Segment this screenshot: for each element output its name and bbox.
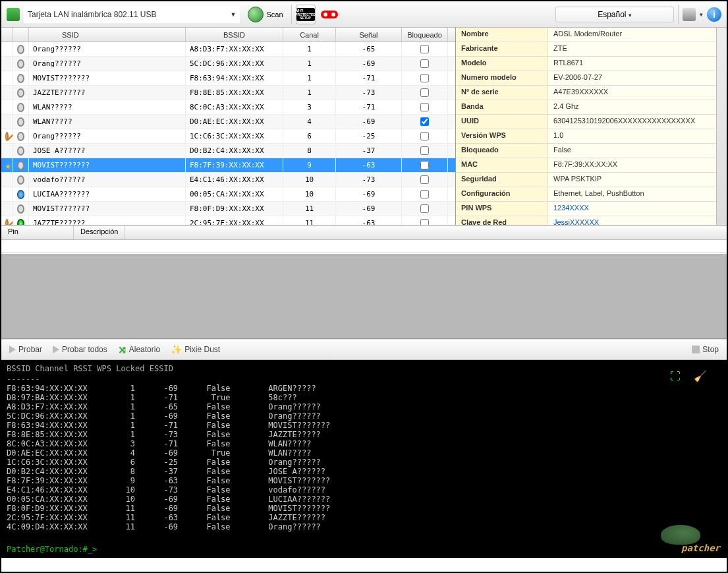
locked-checkbox[interactable] (420, 190, 429, 198)
bssid-cell: 1C:C6:3C:XX:XX:XX (186, 129, 283, 143)
locked-checkbox[interactable] (420, 219, 429, 225)
locked-checkbox[interactable] (420, 161, 429, 169)
prop-value: ADSL Modem/Router (548, 28, 716, 42)
table-row[interactable]: WLAN?????8C:0C:A3:XX:XX:XX3-71 (1, 100, 455, 115)
pin-body[interactable] (1, 240, 727, 253)
canal-cell: 1 (283, 57, 336, 71)
canal-cell: 8 (283, 144, 336, 158)
pixie-button[interactable]: ✨Pixie Dust (168, 343, 223, 356)
property-row: Nº de serieA47E39XXXXXX (456, 86, 716, 100)
clear-icon[interactable]: 🧹 (694, 372, 707, 381)
table-row[interactable]: JAZZTE??????2C:95:7F:XX:XX:XX11-63 (1, 216, 455, 225)
grid-body[interactable]: Orang??????A8:D3:F7:XX:XX:XX1-65Orang???… (1, 42, 455, 225)
signal-icon (17, 59, 24, 69)
properties-panel: NombreADSL Modem/RouterFabricanteZTEMode… (456, 28, 727, 225)
senal-cell: -73 (336, 86, 402, 100)
prop-key: Clave de Red (456, 216, 548, 225)
terminal[interactable]: BSSID Channel RSSI WPS Locked ESSID ----… (1, 360, 727, 558)
col-senal[interactable]: Señal (336, 28, 402, 42)
table-row[interactable]: MOVIST???????F8:0F:D9:XX:XX:XX11-69 (1, 202, 455, 216)
terminal-line: 4C:09:D4:XX:XX:XX 11 -69 False Orang????… (7, 522, 721, 531)
property-row: Numero modeloEV-2006-07-27 (456, 71, 716, 86)
prop-value: EV-2006-07-27 (548, 71, 716, 85)
probar-button[interactable]: Probar (7, 344, 45, 355)
database-icon[interactable] (683, 8, 696, 21)
locked-checkbox[interactable] (420, 175, 429, 184)
aleatorio-button[interactable]: ⤨Aleatorio (115, 342, 163, 357)
mask-button[interactable] (320, 5, 339, 24)
locked-checkbox[interactable] (420, 132, 429, 140)
fullscreen-icon[interactable]: ⛶ (670, 372, 681, 381)
desc-col[interactable]: Descripción (74, 226, 125, 239)
bssid-cell: F8:63:94:XX:XX:XX (186, 71, 283, 85)
locked-checkbox[interactable] (420, 59, 429, 68)
grid-header: SSID BSSID Canal Señal Bloqueado (1, 28, 455, 42)
col-signal[interactable] (13, 28, 29, 42)
signal-icon (17, 161, 24, 170)
table-row[interactable]: WLAN?????D0:AE:EC:XX:XX:XX4-69 (1, 115, 455, 129)
chevron-down-icon[interactable]: ▾ (700, 11, 703, 18)
ssid-cell: Orang?????? (29, 57, 186, 71)
block-icon (5, 219, 9, 226)
signal-icon (17, 132, 24, 141)
scrollbar[interactable] (716, 28, 727, 225)
locked-checkbox[interactable] (420, 88, 429, 97)
bssid-cell: 5C:DC:96:XX:XX:XX (186, 57, 283, 71)
probar-todos-button[interactable]: Probar todos (50, 344, 110, 355)
locked-checkbox[interactable] (420, 117, 429, 126)
property-row: PIN WPS1234XXXX (456, 202, 716, 216)
table-row[interactable]: Orang??????A8:D3:F7:XX:XX:XX1-65 (1, 42, 455, 57)
locked-checkbox[interactable] (420, 146, 429, 155)
col-status[interactable] (1, 28, 13, 42)
terminal-line: D0:AE:EC:XX:XX:XX 4 -69 True WLAN????? (7, 448, 721, 458)
signal-icon (17, 88, 24, 98)
senal-cell: -65 (336, 42, 402, 56)
info-icon[interactable]: i (707, 7, 721, 22)
table-row[interactable]: vodafo??????E4:C1:46:XX:XX:XX10-73 (1, 173, 455, 187)
signal-icon (17, 219, 24, 226)
globe-icon (17, 190, 24, 199)
locked-checkbox[interactable] (420, 204, 429, 213)
top-toolbar: Tarjeta LAN inalámbrica 802.11 USB ▼ Sca… (1, 1, 727, 28)
senal-cell: -71 (336, 100, 402, 114)
bssid-cell: D0:B2:C4:XX:XX:XX (186, 144, 283, 158)
wps-setup-button[interactable]: WI-FI PROTECTED (296, 5, 316, 24)
terminal-line: F8:63:94:XX:XX:XX 1 -69 False ARGEN????? (7, 384, 721, 393)
senal-cell: -63 (336, 216, 402, 225)
table-row[interactable]: JAZZTE??????F8:8E:85:XX:XX:XX1-73 (1, 86, 455, 100)
table-row[interactable]: JOSE A??????D0:B2:C4:XX:XX:XX8-37 (1, 144, 455, 158)
prop-value: RTL8671 (548, 57, 716, 71)
terminal-line: E4:C1:46:XX:XX:XX 10 -73 False vodafo???… (7, 485, 721, 495)
table-row[interactable]: Orang??????5C:DC:96:XX:XX:XX1-69 (1, 57, 455, 71)
col-ssid[interactable]: SSID (29, 28, 186, 42)
pin-header: Pin Descripción (1, 226, 727, 240)
prop-key: Modelo (456, 57, 548, 71)
canal-cell: 1 (283, 86, 336, 100)
table-row[interactable]: MOVIST???????F8:63:94:XX:XX:XX1-71 (1, 71, 455, 86)
table-row[interactable]: ★MOVIST???????F8:7F:39:XX:XX:XX9-63 (1, 158, 455, 173)
pin-col[interactable]: Pin (1, 226, 74, 239)
bssid-cell: A8:D3:F7:XX:XX:XX (186, 42, 283, 56)
stop-icon (692, 346, 700, 353)
scan-button[interactable]: Scan (244, 5, 287, 24)
adapter-dropdown[interactable]: Tarjeta LAN inalámbrica 802.11 USB ▼ (24, 6, 240, 23)
locked-checkbox[interactable] (420, 103, 429, 111)
ssid-cell: LUCIAA??????? (29, 187, 186, 201)
aleatorio-label: Aleatorio (129, 345, 160, 354)
locked-checkbox[interactable] (420, 45, 429, 53)
scan-icon (248, 7, 264, 22)
language-dropdown[interactable]: Español ▾ (555, 7, 674, 22)
prop-key: Configuración (456, 187, 548, 201)
senal-cell: -73 (336, 173, 402, 187)
table-row[interactable]: LUCIAA???????00:05:CA:XX:XX:XX10-69 (1, 187, 455, 202)
property-row: UUID6304125310192006XXXXXXXXXXXXXXXX (456, 115, 716, 129)
col-bssid[interactable]: BSSID (186, 28, 283, 42)
stop-button[interactable]: Stop (689, 344, 721, 355)
signal-icon (17, 103, 24, 112)
terminal-prompt: Patcher@Tornado:#_> (7, 545, 97, 554)
table-row[interactable]: Orang??????1C:C6:3C:XX:XX:XX6-25 (1, 129, 455, 144)
canal-cell: 10 (283, 173, 336, 187)
col-bloqueado[interactable]: Bloqueado (402, 28, 448, 42)
locked-checkbox[interactable] (420, 74, 429, 82)
col-canal[interactable]: Canal (283, 28, 336, 42)
